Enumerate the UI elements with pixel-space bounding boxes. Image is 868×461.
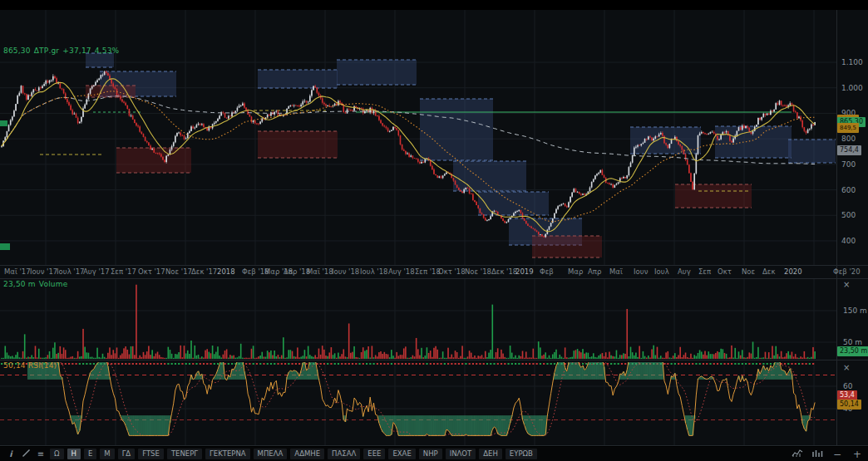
time-axis-month-label: Σεπ '18: [415, 267, 441, 276]
volume-legend: 23,50 mVolume: [3, 280, 71, 288]
symbol-button-ΕΕΕ[interactable]: ΕΕΕ: [363, 449, 385, 459]
time-axis-month-label: Ιουν: [634, 267, 648, 276]
price-axis-tick: 400: [841, 237, 856, 245]
time-axis-year-label: 2018: [217, 267, 235, 276]
time-axis-month-label: Αυγ '18: [388, 267, 415, 276]
toolbar-right-controls: − +: [792, 449, 863, 460]
rsi-axis-tick: 60: [843, 382, 852, 390]
time-axis-month-label: Αυγ '17: [83, 267, 110, 276]
rsi-legend: 50,14 RSI(14): [3, 361, 60, 370]
bar-chart-glyph: [811, 449, 823, 458]
bottom-toolbar: i ≡ ΩΗΕΜΓΔFTSEΤΕΝΕΡΓΓΕΚΤΕΡΝΑΜΠΕΛΑΑΔΜΗΕΠΑ…: [0, 447, 868, 461]
trading-app-window: 865,30ΔΤΡ.gr+37,174,53% 23,50 mVolume 50…: [0, 0, 868, 461]
time-axis-year-label: 2020: [784, 267, 802, 276]
symbol-button-ΜΠΕΛΑ[interactable]: ΜΠΕΛΑ: [254, 449, 288, 459]
volume-axis-tick: 150 m: [843, 307, 867, 315]
time-axis-month-label: Δεκ '17: [191, 267, 217, 276]
area-chart-icon[interactable]: [792, 449, 803, 460]
legend-change: +37,17: [62, 47, 91, 55]
volume-current-tag: 23,50 m: [837, 346, 868, 356]
volume-legend-name: Volume: [39, 280, 68, 288]
price-legend: 865,30ΔΤΡ.gr+37,174,53%: [3, 47, 122, 55]
alert-price-tag: 849,5: [837, 123, 859, 133]
bar-chart-icon[interactable]: [811, 449, 823, 460]
price-axis-tick: 1.100: [841, 58, 863, 66]
time-axis-month-label: Ιουλ '17: [57, 267, 85, 276]
time-axis-month-label: Ιουν '17: [30, 267, 57, 276]
pencil-glyph: [22, 449, 31, 458]
time-axis-month-label: Οκτ '18: [438, 267, 466, 276]
symbol-button-ΕΥΡΩΒ[interactable]: ΕΥΡΩΒ: [506, 449, 537, 459]
time-axis[interactable]: Μαϊ '17Ιουν '17Ιουλ '17Αυγ '17Σεπ '17Οκτ…: [0, 266, 868, 278]
timeframe-button-Ε[interactable]: Ε: [84, 449, 96, 459]
time-axis-month-label: Νοε '18: [465, 267, 491, 276]
time-axis-month-label: Φεβ '20: [833, 267, 861, 276]
volume-axis-tick: 50 m: [843, 338, 862, 346]
price-axis[interactable]: 1.1001.000900800700600500400881,4865,308…: [836, 10, 868, 445]
price-axis-tick: 800: [841, 135, 856, 143]
time-axis-month-label: Νοε '17: [165, 267, 192, 276]
area-chart-glyph: [792, 449, 803, 458]
symbol-button-ΔΕΗ[interactable]: ΔΕΗ: [479, 449, 502, 459]
symbol-button-ΑΔΜΗΕ[interactable]: ΑΔΜΗΕ: [290, 449, 324, 459]
time-axis-month-label: Φεβ: [540, 267, 554, 276]
time-axis-month-label: Οκτ '17: [138, 267, 165, 276]
time-axis-month-label: Δεκ '18: [491, 267, 517, 276]
timeframe-button-Μ[interactable]: Μ: [100, 449, 114, 459]
watchlist-icon[interactable]: ≡: [35, 449, 47, 459]
timeframe-button-Η[interactable]: Η: [67, 449, 81, 459]
price-axis-tick: 1.000: [841, 84, 863, 92]
volume-pane-close-button[interactable]: ×: [843, 281, 850, 289]
symbol-button-ΠΑΣΑΛ[interactable]: ΠΑΣΑΛ: [328, 449, 360, 459]
time-axis-month-label: Μαρ: [568, 267, 583, 276]
chart-canvas[interactable]: [0, 0, 868, 447]
volume-legend-value: 23,50 m: [3, 280, 36, 288]
zoom-in-button[interactable]: +: [851, 449, 863, 460]
info-icon[interactable]: i: [5, 449, 17, 459]
draw-tool-icon[interactable]: [20, 449, 32, 459]
rsi-current-tag: 50,14: [837, 400, 861, 410]
time-axis-month-label: Νοε: [742, 267, 755, 276]
time-axis-month-label: Μαϊ '18: [307, 267, 333, 276]
rsi-pane-close-button[interactable]: ×: [843, 364, 850, 372]
time-axis-month-label: Οκτ: [718, 267, 732, 276]
time-axis-month-label: Μαϊ: [609, 267, 623, 276]
price-axis-tick: 600: [841, 186, 856, 194]
symbol-button-ΝΗΡ[interactable]: ΝΗΡ: [419, 449, 442, 459]
zoom-out-button[interactable]: −: [831, 449, 843, 460]
time-axis-month-label: Αυγ: [678, 267, 691, 276]
time-axis-month-label: Απρ: [588, 267, 601, 276]
toolbar-buttons: ΩΗΕΜΓΔFTSEΤΕΝΕΡΓΓΕΚΤΕΡΝΑΜΠΕΛΑΑΔΜΗΕΠΑΣΑΛΕ…: [50, 449, 537, 459]
symbol-button-ΓΔ[interactable]: ΓΔ: [118, 449, 136, 459]
symbol-button-ΤΕΝΕΡΓ[interactable]: ΤΕΝΕΡΓ: [167, 449, 202, 459]
left-price-marker: [0, 120, 7, 126]
time-axis-year-label: 2019: [515, 267, 534, 276]
time-axis-month-label: Ιουλ '18: [360, 267, 388, 276]
left-alert-marker: [0, 243, 10, 250]
legend-symbol: ΔΤΡ.gr: [34, 47, 60, 55]
timeframe-button-Ω[interactable]: Ω: [50, 449, 64, 459]
legend-change-pct: 4,53%: [95, 47, 120, 55]
symbol-button-ΕΧΑΕ[interactable]: ΕΧΑΕ: [388, 449, 415, 459]
time-axis-month-label: Σεπ '17: [111, 267, 136, 276]
time-axis-month-label: Μαϊ '17: [4, 267, 31, 276]
indicator-price-tag: 754,4: [837, 145, 861, 155]
price-axis-tick: 500: [841, 211, 856, 219]
symbol-button-FTSE[interactable]: FTSE: [138, 449, 164, 459]
symbol-button-ΓΕΚΤΕΡΝΑ[interactable]: ΓΕΚΤΕΡΝΑ: [205, 449, 250, 459]
time-axis-month-label: Ιουν '18: [332, 267, 359, 276]
price-axis-tick: 700: [841, 160, 856, 169]
time-axis-month-label: Σεπ: [698, 267, 711, 276]
symbol-button-ΙΝΛΟΤ[interactable]: ΙΝΛΟΤ: [446, 449, 476, 459]
time-axis-month-label: Δεκ: [762, 267, 775, 276]
legend-last-price: 865,30: [3, 47, 31, 55]
time-axis-month-label: Ιουλ: [654, 267, 669, 276]
rsi-legend-text: 50,14 RSI(14): [3, 361, 57, 370]
